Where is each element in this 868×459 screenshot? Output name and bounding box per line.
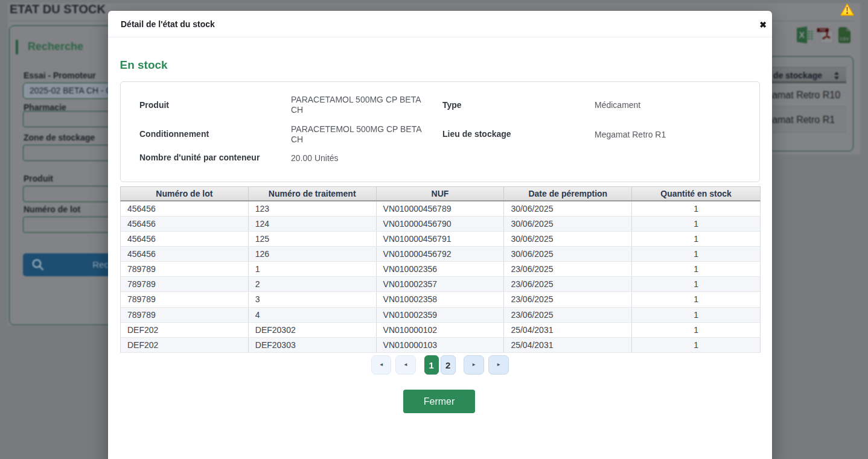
svg-text:PDF: PDF [820, 28, 826, 32]
svg-text:CSV: CSV [840, 36, 849, 40]
svg-text:X: X [799, 30, 805, 40]
